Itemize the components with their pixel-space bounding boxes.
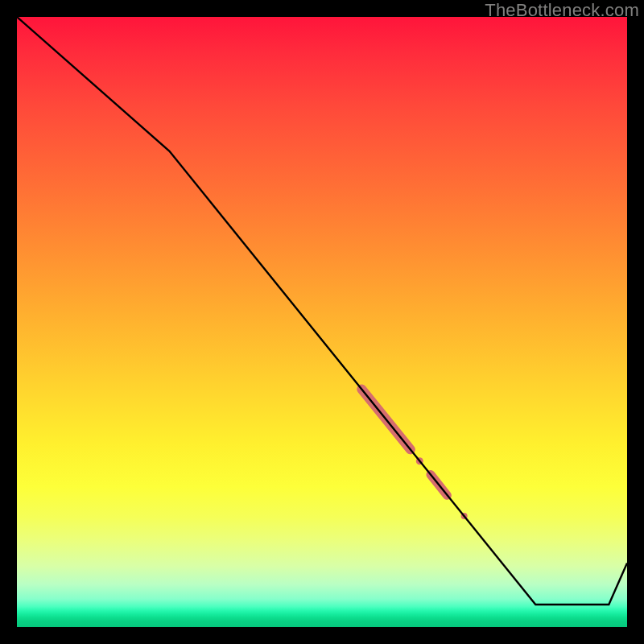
watermark-text: TheBottleneck.com: [485, 0, 639, 21]
curve-svg: [17, 17, 627, 627]
chart-frame: TheBottleneck.com: [0, 0, 644, 644]
plot-area: [17, 17, 627, 627]
bottleneck-curve: [17, 17, 627, 605]
